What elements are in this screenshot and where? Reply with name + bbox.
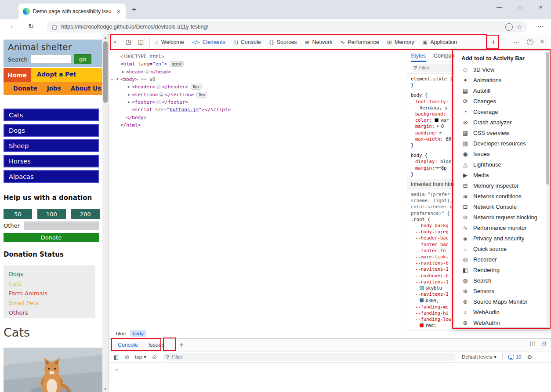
- tree-line[interactable]: ▶<footer>…</footer>: [109, 98, 407, 106]
- menu-item-issues[interactable]: ◉Issues: [454, 149, 550, 159]
- console-sidebar-icon[interactable]: ◧: [113, 354, 119, 360]
- nav-link-home[interactable]: Home: [4, 68, 31, 82]
- tab-console[interactable]: Console: [116, 339, 140, 351]
- console-filter[interactable]: ∇: [163, 353, 456, 361]
- nav-link-jobs[interactable]: Jobs: [47, 85, 61, 92]
- tab-performance[interactable]: ∿Performance: [336, 34, 383, 50]
- inspect-icon[interactable]: ⌖: [113, 38, 117, 46]
- category-button-alpacas[interactable]: Alpacas: [4, 170, 99, 183]
- menu-scrollbar[interactable]: [546, 51, 550, 327]
- tree-line[interactable]: <!DOCTYPE html>: [109, 53, 407, 60]
- tree-line[interactable]: </html>: [109, 121, 407, 129]
- color-swatch[interactable]: [435, 118, 439, 122]
- menu-item-lighthouse[interactable]: △Lighthouse: [454, 159, 550, 170]
- other-amount-input[interactable]: [24, 221, 99, 230]
- expand-ellipsis[interactable]: …: [156, 85, 161, 89]
- amount-button-100[interactable]: 100: [37, 209, 66, 219]
- amount-button-200[interactable]: 200: [71, 209, 100, 219]
- menu-item-css-overview[interactable]: ▦CSS overview: [454, 127, 550, 138]
- back-icon[interactable]: ←: [10, 22, 17, 30]
- tree-line[interactable]: <script src="buttons.js"></script>: [109, 106, 407, 113]
- menu-item-coverage[interactable]: ◔Coverage: [454, 106, 550, 117]
- console-prompt[interactable]: ›: [115, 366, 119, 373]
- tree-line[interactable]: ⋯▼<body> == $0: [109, 76, 407, 83]
- menu-item-performance-monitor[interactable]: ∿Performance monitor: [454, 222, 550, 233]
- tab-sources[interactable]: {}Sources: [265, 34, 301, 50]
- close-window-button[interactable]: ×: [530, 0, 551, 15]
- context-selector[interactable]: top ▾: [135, 354, 146, 360]
- color-swatch[interactable]: [420, 286, 424, 290]
- menu-item-media[interactable]: ▶Media: [454, 170, 550, 180]
- settings-menu-icon[interactable]: ⋯: [537, 22, 544, 30]
- menu-item-3d-view[interactable]: ◇3D View: [454, 64, 550, 75]
- search-go-button[interactable]: go: [74, 54, 91, 64]
- tree-line[interactable]: ▶<header>…</header>flex: [109, 83, 407, 91]
- badge-flex[interactable]: flex: [196, 92, 207, 98]
- nav-link-about-us[interactable]: About Us: [71, 85, 101, 92]
- scrollbar-thumb[interactable]: [103, 41, 108, 103]
- category-button-cats[interactable]: Cats: [4, 109, 99, 121]
- dock-drawer-icon[interactable]: ⊡: [541, 340, 546, 347]
- tab-console[interactable]: ⊡Console: [229, 34, 265, 50]
- panel-layout-icon[interactable]: ◫: [138, 38, 144, 45]
- menu-scrollbar-thumb[interactable]: [546, 53, 549, 185]
- console-output[interactable]: ›: [109, 363, 551, 392]
- live-expression-eye-icon[interactable]: ⊙: [152, 354, 157, 360]
- close-devtools-icon[interactable]: ×: [540, 38, 544, 46]
- tab-memory[interactable]: ⊞Memory: [383, 34, 418, 50]
- console-filter-input[interactable]: [172, 354, 260, 359]
- tab-elements[interactable]: </>Elements: [188, 34, 229, 50]
- favorites-star-icon[interactable]: ☆: [517, 24, 522, 30]
- nav-link-donate[interactable]: Donate: [13, 85, 37, 92]
- badge-flex[interactable]: flex: [191, 84, 202, 90]
- expand-quick-view-icon[interactable]: ◫: [530, 340, 535, 347]
- default-levels-dropdown[interactable]: Default levels ▾: [462, 354, 497, 360]
- browser-essentials-icon[interactable]: ⋯: [505, 23, 513, 31]
- site-info-icon[interactable]: ▢: [52, 24, 57, 30]
- console-messages-badge[interactable]: 10: [508, 354, 522, 359]
- expand-ellipsis[interactable]: …: [144, 69, 150, 74]
- new-tab-button[interactable]: +: [132, 5, 136, 14]
- tab-application[interactable]: ▣Application: [418, 34, 461, 50]
- menu-item-network-request-blocking[interactable]: ⊘Network request blocking: [454, 212, 550, 222]
- address-bar[interactable]: ▢ https://microsoftedge.github.io/Demos/…: [47, 21, 527, 33]
- menu-item-memory-inspector[interactable]: ⊟Memory inspector: [454, 180, 550, 191]
- color-swatch[interactable]: [420, 323, 424, 327]
- scroll-up-icon[interactable]: ▲: [102, 34, 109, 40]
- maximize-button[interactable]: □: [510, 0, 530, 15]
- menu-item-animations[interactable]: ✦Animations: [454, 75, 550, 85]
- tree-line[interactable]: ▶<head>…</head>: [109, 68, 407, 76]
- refresh-icon[interactable]: ↻: [28, 22, 34, 30]
- color-swatch[interactable]: [420, 298, 424, 302]
- device-emulation-icon[interactable]: ◳: [126, 38, 131, 45]
- menu-item-webaudio[interactable]: ♪WebAudio: [454, 307, 550, 317]
- category-button-dogs[interactable]: Dogs: [4, 124, 99, 137]
- donate-button[interactable]: Donate: [4, 233, 99, 242]
- url-text[interactable]: https://microsoftedge.github.io/Demos/de…: [61, 24, 501, 30]
- add-tool-button[interactable]: +: [488, 37, 499, 47]
- tab-network[interactable]: ≋Network: [301, 34, 337, 50]
- tab-welcome[interactable]: ⌂Welcome: [151, 34, 188, 50]
- menu-item-developer-resources[interactable]: ▥Developer resources: [454, 138, 550, 149]
- minimize-button[interactable]: —: [489, 0, 510, 15]
- menu-item-source-maps-monitor[interactable]: ⊚Source Maps Monitor: [454, 296, 550, 307]
- menu-item-network-conditions[interactable]: ≋Network conditions: [454, 191, 550, 201]
- nav-link-adopt-a-pet[interactable]: Adopt a Pet: [37, 71, 76, 78]
- expand-ellipsis[interactable]: …: [156, 100, 161, 104]
- menu-item-webauthn[interactable]: ⊛WebAuthn: [454, 317, 550, 328]
- category-button-sheep[interactable]: Sheep: [4, 139, 99, 152]
- breadcrumb-html[interactable]: html: [113, 330, 128, 337]
- menu-item-crash-analyzer[interactable]: ⊗Crash analyzer: [454, 117, 550, 127]
- tab-styles[interactable]: Styles: [411, 50, 426, 62]
- styles-filter[interactable]: ∇: [411, 64, 460, 72]
- expand-ellipsis[interactable]: …: [159, 92, 164, 97]
- badge-scroll[interactable]: scroll: [170, 61, 184, 67]
- tree-line[interactable]: </body>: [109, 113, 407, 121]
- tree-line[interactable]: <html lang="en">scroll: [109, 60, 407, 68]
- breadcrumb-body[interactable]: body: [130, 330, 146, 337]
- menu-item-quick-source[interactable]: ≡Quick source: [454, 243, 550, 254]
- category-button-horses[interactable]: Horses: [4, 155, 99, 167]
- browser-tab[interactable]: Demo page with accessibility issu ×: [18, 4, 126, 19]
- search-input[interactable]: [31, 54, 71, 64]
- menu-item-recorder[interactable]: ◎Recorder: [454, 254, 550, 265]
